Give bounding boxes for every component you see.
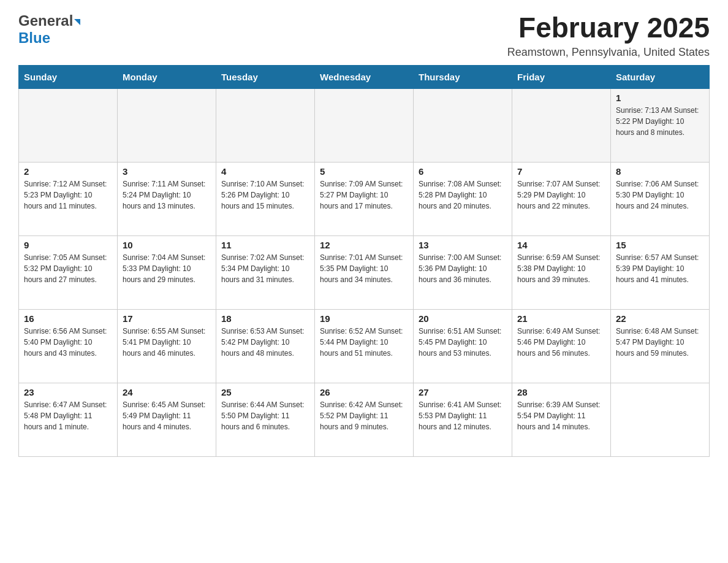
calendar-cell: 27Sunrise: 6:41 AM Sunset: 5:53 PM Dayli… (414, 383, 512, 456)
day-number: 17 (123, 313, 211, 324)
day-info: Sunrise: 6:51 AM Sunset: 5:45 PM Dayligh… (419, 326, 507, 359)
calendar-cell: 1Sunrise: 7:13 AM Sunset: 5:22 PM Daylig… (611, 88, 710, 162)
calendar-cell: 3Sunrise: 7:11 AM Sunset: 5:24 PM Daylig… (118, 162, 216, 236)
calendar-week-row: 9Sunrise: 7:05 AM Sunset: 5:32 PM Daylig… (19, 236, 710, 309)
calendar-cell (216, 88, 315, 162)
calendar-cell: 5Sunrise: 7:09 AM Sunset: 5:27 PM Daylig… (315, 162, 414, 236)
calendar-cell: 14Sunrise: 6:59 AM Sunset: 5:38 PM Dayli… (512, 236, 611, 309)
calendar-cell: 18Sunrise: 6:53 AM Sunset: 5:42 PM Dayli… (216, 309, 315, 383)
calendar-cell: 26Sunrise: 6:42 AM Sunset: 5:52 PM Dayli… (315, 383, 414, 456)
calendar-header-monday: Monday (118, 65, 216, 88)
day-info: Sunrise: 6:55 AM Sunset: 5:41 PM Dayligh… (123, 326, 211, 359)
calendar-cell: 25Sunrise: 6:44 AM Sunset: 5:50 PM Dayli… (216, 383, 315, 456)
calendar-cell: 11Sunrise: 7:02 AM Sunset: 5:34 PM Dayli… (216, 236, 315, 309)
day-number: 22 (616, 313, 704, 324)
day-number: 16 (24, 313, 112, 324)
day-info: Sunrise: 6:56 AM Sunset: 5:40 PM Dayligh… (24, 326, 112, 359)
day-number: 26 (320, 387, 408, 397)
day-info: Sunrise: 6:57 AM Sunset: 5:39 PM Dayligh… (616, 252, 704, 285)
calendar-cell (19, 88, 118, 162)
day-number: 13 (419, 240, 507, 250)
title-block: February 2025 Reamstown, Pennsylvania, U… (507, 12, 710, 59)
day-number: 6 (419, 166, 507, 177)
day-info: Sunrise: 7:07 AM Sunset: 5:29 PM Dayligh… (517, 178, 605, 212)
calendar-cell (414, 88, 512, 162)
calendar-cell: 19Sunrise: 6:52 AM Sunset: 5:44 PM Dayli… (315, 309, 414, 383)
calendar-header-tuesday: Tuesday (216, 65, 315, 88)
day-number: 25 (221, 387, 309, 397)
day-number: 23 (24, 387, 112, 397)
calendar-cell: 6Sunrise: 7:08 AM Sunset: 5:28 PM Daylig… (414, 162, 512, 236)
day-info: Sunrise: 7:13 AM Sunset: 5:22 PM Dayligh… (616, 105, 704, 138)
day-number: 18 (221, 313, 309, 324)
day-number: 7 (517, 166, 605, 177)
calendar-week-row: 16Sunrise: 6:56 AM Sunset: 5:40 PM Dayli… (19, 309, 710, 383)
day-number: 4 (221, 166, 309, 177)
day-info: Sunrise: 6:44 AM Sunset: 5:50 PM Dayligh… (221, 399, 309, 432)
day-info: Sunrise: 7:06 AM Sunset: 5:30 PM Dayligh… (616, 178, 704, 212)
calendar-cell: 22Sunrise: 6:48 AM Sunset: 5:47 PM Dayli… (611, 309, 710, 383)
calendar-cell: 12Sunrise: 7:01 AM Sunset: 5:35 PM Dayli… (315, 236, 414, 309)
day-number: 20 (419, 313, 507, 324)
day-info: Sunrise: 7:00 AM Sunset: 5:36 PM Dayligh… (419, 252, 507, 285)
day-number: 24 (123, 387, 211, 397)
calendar-cell: 20Sunrise: 6:51 AM Sunset: 5:45 PM Dayli… (414, 309, 512, 383)
day-info: Sunrise: 6:49 AM Sunset: 5:46 PM Dayligh… (517, 326, 605, 359)
day-number: 15 (616, 240, 704, 250)
day-info: Sunrise: 6:45 AM Sunset: 5:49 PM Dayligh… (123, 399, 211, 432)
calendar-week-row: 1Sunrise: 7:13 AM Sunset: 5:22 PM Daylig… (19, 88, 710, 162)
day-info: Sunrise: 6:52 AM Sunset: 5:44 PM Dayligh… (320, 326, 408, 359)
day-number: 3 (123, 166, 211, 177)
day-info: Sunrise: 7:05 AM Sunset: 5:32 PM Dayligh… (24, 252, 112, 285)
day-info: Sunrise: 6:48 AM Sunset: 5:47 PM Dayligh… (616, 326, 704, 359)
calendar-cell: 2Sunrise: 7:12 AM Sunset: 5:23 PM Daylig… (19, 162, 118, 236)
calendar-header-friday: Friday (512, 65, 611, 88)
page-header: General Blue February 2025 Reamstown, Pe… (18, 12, 710, 59)
day-number: 10 (123, 240, 211, 250)
calendar-cell: 24Sunrise: 6:45 AM Sunset: 5:49 PM Dayli… (118, 383, 216, 456)
day-number: 21 (517, 313, 605, 324)
day-number: 9 (24, 240, 112, 250)
calendar-cell: 10Sunrise: 7:04 AM Sunset: 5:33 PM Dayli… (118, 236, 216, 309)
calendar-cell: 8Sunrise: 7:06 AM Sunset: 5:30 PM Daylig… (611, 162, 710, 236)
calendar-header-thursday: Thursday (414, 65, 512, 88)
calendar-cell: 28Sunrise: 6:39 AM Sunset: 5:54 PM Dayli… (512, 383, 611, 456)
day-info: Sunrise: 7:01 AM Sunset: 5:35 PM Dayligh… (320, 252, 408, 285)
calendar-header-wednesday: Wednesday (315, 65, 414, 88)
day-number: 5 (320, 166, 408, 177)
day-info: Sunrise: 7:11 AM Sunset: 5:24 PM Dayligh… (123, 178, 211, 212)
day-info: Sunrise: 6:39 AM Sunset: 5:54 PM Dayligh… (517, 399, 605, 432)
day-info: Sunrise: 7:08 AM Sunset: 5:28 PM Dayligh… (419, 178, 507, 212)
month-title: February 2025 (507, 12, 710, 44)
calendar-header-row: SundayMondayTuesdayWednesdayThursdayFrid… (19, 65, 710, 88)
day-number: 28 (517, 387, 605, 397)
calendar-cell (118, 88, 216, 162)
day-info: Sunrise: 6:47 AM Sunset: 5:48 PM Dayligh… (24, 399, 112, 432)
logo-general-text: General (18, 12, 73, 29)
calendar-cell: 23Sunrise: 6:47 AM Sunset: 5:48 PM Dayli… (19, 383, 118, 456)
day-number: 12 (320, 240, 408, 250)
day-info: Sunrise: 7:02 AM Sunset: 5:34 PM Dayligh… (221, 252, 309, 285)
calendar-week-row: 2Sunrise: 7:12 AM Sunset: 5:23 PM Daylig… (19, 162, 710, 236)
calendar-cell: 21Sunrise: 6:49 AM Sunset: 5:46 PM Dayli… (512, 309, 611, 383)
calendar-cell (315, 88, 414, 162)
calendar-cell: 16Sunrise: 6:56 AM Sunset: 5:40 PM Dayli… (19, 309, 118, 383)
logo-arrow-icon (74, 19, 80, 25)
calendar-cell: 7Sunrise: 7:07 AM Sunset: 5:29 PM Daylig… (512, 162, 611, 236)
day-number: 2 (24, 166, 112, 177)
day-info: Sunrise: 6:59 AM Sunset: 5:38 PM Dayligh… (517, 252, 605, 285)
day-info: Sunrise: 7:12 AM Sunset: 5:23 PM Dayligh… (24, 178, 112, 212)
calendar-cell (512, 88, 611, 162)
calendar-header-sunday: Sunday (19, 65, 118, 88)
day-number: 11 (221, 240, 309, 250)
logo: General Blue (18, 12, 80, 47)
day-number: 1 (616, 93, 704, 103)
day-number: 8 (616, 166, 704, 177)
calendar-table: SundayMondayTuesdayWednesdayThursdayFrid… (18, 65, 710, 457)
day-number: 19 (320, 313, 408, 324)
day-info: Sunrise: 7:09 AM Sunset: 5:27 PM Dayligh… (320, 178, 408, 212)
day-info: Sunrise: 7:04 AM Sunset: 5:33 PM Dayligh… (123, 252, 211, 285)
day-info: Sunrise: 7:10 AM Sunset: 5:26 PM Dayligh… (221, 178, 309, 212)
calendar-cell: 15Sunrise: 6:57 AM Sunset: 5:39 PM Dayli… (611, 236, 710, 309)
calendar-cell: 9Sunrise: 7:05 AM Sunset: 5:32 PM Daylig… (19, 236, 118, 309)
